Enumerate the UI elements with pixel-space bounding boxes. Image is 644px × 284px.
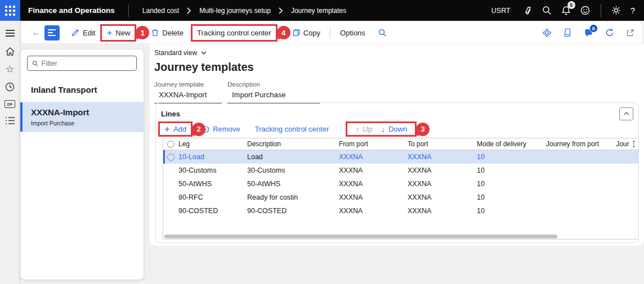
breadcrumb-item-multileg-setup[interactable]: Multi-leg journeys setup (199, 7, 271, 15)
breadcrumb-item-landed-cost[interactable]: Landed cost (142, 7, 179, 15)
cell-to-port[interactable]: XXXNA (408, 193, 477, 201)
column-header-from-port[interactable]: From port (339, 140, 408, 148)
cell-description[interactable]: Load (247, 153, 339, 161)
action-search-icon[interactable] (378, 29, 387, 37)
app-launcher-button[interactable] (0, 0, 20, 21)
copy-label: Copy (303, 29, 320, 37)
chevron-down-icon (201, 51, 207, 55)
grid-row-30-customs[interactable]: 30-Customs 30-Customs XXXNA XXXNA 10 (163, 164, 638, 177)
annotation-box-up-down: ↑ Up ↓ Down 3 (346, 121, 417, 137)
copilot-icon[interactable] (518, 6, 538, 16)
copy-button[interactable]: Copy (288, 24, 325, 41)
trash-icon (151, 29, 159, 37)
favorites-star-icon[interactable]: ☆ (5, 65, 14, 74)
cell-leg[interactable]: 50-AtWHS (178, 180, 247, 188)
cell-from-port[interactable]: XXXNA (339, 166, 408, 174)
lines-tracking-control-center-button[interactable]: Tracking control center (252, 121, 333, 138)
message-center-icon[interactable]: 0 (584, 28, 593, 38)
cell-to-port[interactable]: XXXNA (408, 180, 477, 188)
add-line-button[interactable]: + Add (163, 121, 187, 138)
column-header-leg[interactable]: Leg (178, 140, 247, 148)
notifications-bell-icon[interactable]: 5 (557, 6, 576, 16)
row-checkbox[interactable] (167, 154, 175, 161)
hamburger-menu-icon[interactable] (6, 28, 15, 38)
help-icon[interactable]: ? (626, 6, 644, 15)
back-arrow-icon[interactable]: ← (32, 28, 41, 38)
plus-icon: + (164, 124, 170, 134)
cell-from-port[interactable]: XXXNA (339, 207, 408, 215)
cell-mode-of-delivery[interactable]: 10 (477, 153, 546, 161)
user-initials[interactable]: USRT (491, 7, 511, 15)
move-down-button[interactable]: ↓ Down (379, 121, 409, 138)
cell-from-port[interactable]: XXXNA (339, 180, 408, 188)
breadcrumb: Landed cost Multi-leg journeys setup Jou… (142, 7, 346, 15)
filter-input[interactable] (42, 60, 132, 67)
cell-description[interactable]: Ready for costin (247, 193, 339, 201)
topbar-actions: USRT 5 ? (491, 4, 644, 17)
grid-row-50-atwhs[interactable]: 50-AtWHS 50-AtWHS XXXNA XXXNA 10 (163, 177, 638, 191)
cell-description[interactable]: 30-Customs (247, 166, 339, 174)
cell-mode-of-delivery[interactable]: 10 (477, 207, 546, 215)
tracking-control-center-button[interactable]: Tracking control center (196, 24, 272, 41)
cell-from-port[interactable]: XXXNA (339, 193, 408, 201)
template-list-panel: Inland Transport XXXNA-Import Import Pur… (20, 49, 144, 280)
cell-to-port[interactable]: XXXNA (408, 207, 477, 215)
column-header-mode-of-delivery[interactable]: Mode of delivery (477, 140, 546, 148)
grid-row-10-load[interactable]: 10-Load Load XXXNA XXXNA 10 (163, 150, 638, 164)
add-label: Add (173, 125, 186, 133)
column-options-icon[interactable] (633, 141, 635, 147)
page-title: Journey templates (154, 61, 644, 74)
modules-list-icon[interactable] (5, 116, 15, 125)
cell-from-port[interactable]: XXXNA (339, 153, 408, 161)
cell-mode-of-delivery[interactable]: 10 (477, 180, 546, 188)
grid-row-80-rfc[interactable]: 80-RFC Ready for costin XXXNA XXXNA 10 (163, 191, 638, 204)
lines-title: Lines (161, 110, 180, 118)
cell-leg[interactable]: 30-Customs (178, 166, 247, 174)
open-in-new-window-icon[interactable] (626, 29, 634, 37)
cell-mode-of-delivery[interactable]: 10 (477, 166, 546, 174)
journey-template-value[interactable]: XXXNA-Import (154, 88, 222, 103)
filter-search-icon (32, 60, 38, 67)
grid-row-90-costed[interactable]: 90-COSTED 90-COSTED XXXNA XXXNA 10 (163, 204, 638, 218)
cell-description[interactable]: 90-COSTED (247, 207, 339, 215)
open-in-office-book-icon[interactable] (564, 28, 572, 37)
cell-description[interactable]: 50-AtWHS (247, 180, 339, 188)
options-button[interactable]: Options (335, 24, 370, 41)
copy-icon (293, 29, 300, 37)
move-up-button[interactable]: ↑ Up (353, 121, 374, 138)
description-value[interactable]: Import Purchase (227, 88, 320, 103)
settings-gear-icon[interactable] (607, 6, 626, 15)
feedback-smiley-icon[interactable] (576, 6, 595, 15)
cell-leg[interactable]: 90-COSTED (178, 207, 247, 215)
refresh-icon[interactable] (605, 28, 614, 37)
cell-leg[interactable]: 10-Load (178, 153, 247, 161)
edit-button[interactable]: Edit (66, 24, 100, 41)
cell-to-port[interactable]: XXXNA (408, 153, 477, 161)
breadcrumb-item-journey-templates[interactable]: Journey templates (291, 7, 346, 15)
list-item-xxxna-import[interactable]: XXXNA-Import Import Purchase (20, 102, 144, 132)
delete-button[interactable]: Delete (146, 24, 189, 41)
list-item-inland-transport[interactable]: Inland Transport (20, 78, 144, 102)
collapse-section-button[interactable] (619, 107, 633, 120)
select-all-checkbox[interactable] (167, 141, 175, 148)
column-header-jour[interactable]: Jour (616, 140, 629, 148)
default-dashboard-icon[interactable]: DF (5, 100, 15, 108)
horizontal-scrollbar[interactable] (164, 235, 557, 238)
column-header-description[interactable]: Description (247, 140, 339, 148)
search-icon[interactable] (538, 6, 557, 15)
new-button[interactable]: + New (105, 24, 131, 41)
cell-to-port[interactable]: XXXNA (408, 166, 477, 174)
personalize-diamonds-icon[interactable] (542, 28, 552, 38)
lines-toolbar: + Add 2 Remove Tracking control center ↑… (156, 120, 638, 138)
cell-mode-of-delivery[interactable]: 10 (477, 193, 546, 201)
show-list-toggle-button[interactable] (44, 25, 60, 40)
remove-line-button[interactable]: Remove (199, 121, 243, 138)
new-label: New (115, 29, 130, 37)
view-selector[interactable]: Standard view (154, 49, 207, 57)
column-header-to-port[interactable]: To port (408, 140, 477, 148)
column-header-journey-from-port[interactable]: Journey from port (546, 140, 608, 148)
up-arrow-icon: ↑ (355, 125, 359, 134)
recent-clock-icon[interactable] (5, 82, 15, 92)
home-icon[interactable] (5, 47, 15, 56)
cell-leg[interactable]: 80-RFC (178, 193, 247, 201)
